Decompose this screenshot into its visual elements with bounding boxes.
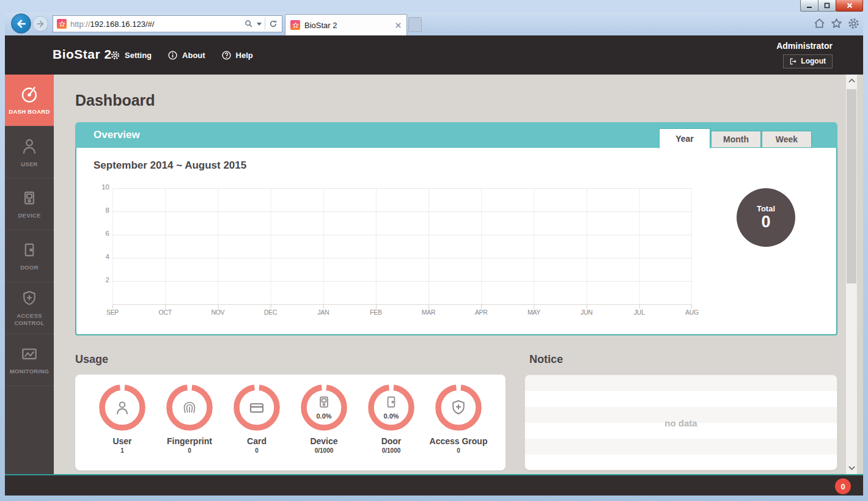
x-tick-label: DEC xyxy=(264,309,277,316)
url-dropdown-icon[interactable] xyxy=(257,23,262,26)
close-button[interactable] xyxy=(836,0,863,12)
site-favicon-icon xyxy=(57,19,67,29)
forward-button[interactable] xyxy=(32,16,48,32)
search-icon[interactable] xyxy=(244,19,254,29)
usage-label: Door xyxy=(381,436,402,446)
tab-week[interactable]: Week xyxy=(762,131,812,148)
usage-item-fingerprint[interactable]: Fingerprint 0 xyxy=(156,383,223,470)
sidebar-item-device[interactable]: DEVICE xyxy=(5,178,54,230)
usage-label: Fingerprint xyxy=(167,436,212,446)
shield-plus-icon xyxy=(449,398,468,417)
sidebar-item-label: DOOR xyxy=(20,264,39,271)
info-icon xyxy=(167,50,178,60)
sidebar-item-door[interactable]: DOOR xyxy=(5,230,54,282)
logout-label: Logout xyxy=(801,57,826,65)
page-title: Dashboard xyxy=(75,92,155,109)
home-icon[interactable] xyxy=(812,16,826,31)
setting-button[interactable]: Setting xyxy=(110,50,152,60)
logout-button[interactable]: Logout xyxy=(783,54,833,68)
y-tick-label: 10 xyxy=(89,183,109,191)
tab-title: BioStar 2 xyxy=(304,21,337,30)
about-label: About xyxy=(182,51,205,60)
person-icon xyxy=(113,398,131,417)
divider xyxy=(265,18,265,30)
sidebar-item-label: DEVICE xyxy=(18,212,40,219)
alert-count-badge[interactable]: 0 xyxy=(835,478,851,494)
usage-item-device[interactable]: 0.0% Device 0/1000 xyxy=(290,383,358,470)
scrollbar-thumb[interactable] xyxy=(847,89,856,283)
tab-favicon-icon xyxy=(290,20,300,30)
tab-close-icon[interactable] xyxy=(395,22,402,29)
window-titlebar xyxy=(0,0,868,12)
logout-icon xyxy=(789,57,797,65)
usage-value: 0 xyxy=(255,447,259,454)
usage-item-access-group[interactable]: Access Group 0 xyxy=(425,383,492,470)
shield-plus-icon xyxy=(20,289,39,307)
chart-plot-grid xyxy=(112,188,692,310)
url-text[interactable]: http://192.168.16.123/#/ xyxy=(70,20,240,29)
tab-year[interactable]: Year xyxy=(659,128,710,148)
sidebar-item-label: MONITORING xyxy=(10,368,50,375)
back-button[interactable] xyxy=(11,13,31,34)
usage-label: Card xyxy=(247,436,267,446)
about-button[interactable]: About xyxy=(167,50,205,60)
notice-empty-text: no data xyxy=(525,418,837,428)
refresh-icon[interactable] xyxy=(268,19,278,29)
url-scheme: http:// xyxy=(70,20,90,29)
x-tick-label: APR xyxy=(475,309,488,316)
scroll-down-icon[interactable] xyxy=(846,462,857,474)
app-logo[interactable]: BioStar 2 xyxy=(53,47,112,62)
fingerprint-icon xyxy=(180,398,199,417)
scroll-up-icon[interactable] xyxy=(846,75,857,87)
usage-percent: 0.0% xyxy=(367,412,416,420)
status-bar: 0 xyxy=(5,474,863,496)
url-host-path: 192.168.16.123/#/ xyxy=(90,20,155,29)
usage-label: Access Group xyxy=(430,436,488,446)
usage-item-door[interactable]: 0.0% Door 0/1000 xyxy=(358,383,425,470)
usage-value: 0 xyxy=(457,447,460,454)
app-header-nav: Setting About Help xyxy=(110,35,253,75)
biostar-app-window: BioStar 2 Setting About Help Administrat… xyxy=(5,35,863,496)
usage-item-user[interactable]: User 1 xyxy=(89,383,156,470)
sidebar-item-label: USER xyxy=(21,161,38,168)
device-icon xyxy=(20,189,39,207)
usage-item-card[interactable]: Card 0 xyxy=(223,383,290,470)
favorites-star-icon[interactable] xyxy=(829,16,844,31)
gear-icon xyxy=(110,50,120,60)
y-tick-label: 4 xyxy=(89,253,109,260)
maximize-button[interactable] xyxy=(818,0,836,12)
usage-value: 0/1000 xyxy=(315,447,334,454)
sidebar-item-dashboard[interactable]: DASH BOARD xyxy=(5,75,54,126)
sidebar-item-access-control[interactable]: ACCESS CONTROL xyxy=(5,282,54,334)
usage-percent: 0.0% xyxy=(300,412,348,420)
tab-month[interactable]: Month xyxy=(711,131,761,148)
total-value: 0 xyxy=(761,213,770,230)
device-icon xyxy=(316,394,332,410)
vertical-scrollbar[interactable] xyxy=(846,75,857,474)
settings-gear-icon[interactable] xyxy=(847,16,861,31)
minimize-button[interactable] xyxy=(800,0,818,12)
browser-tab[interactable]: BioStar 2 xyxy=(285,14,407,35)
sidebar-item-monitoring[interactable]: MONITORING xyxy=(5,334,54,386)
help-button[interactable]: Help xyxy=(221,50,253,60)
monitor-chart-icon xyxy=(20,345,39,363)
card-icon xyxy=(247,398,267,417)
notice-card: no data xyxy=(524,375,837,470)
x-tick-label: OCT xyxy=(159,309,172,316)
x-tick-label: MAY xyxy=(528,309,540,316)
total-label: Total xyxy=(757,204,775,213)
x-tick-label: JAN xyxy=(317,309,329,316)
total-counter: Total 0 xyxy=(737,188,795,247)
new-tab-button[interactable] xyxy=(408,17,422,32)
window-controls xyxy=(801,0,863,12)
chart-period-title: September 2014 ~ August 2015 xyxy=(94,159,246,172)
y-tick-label: 2 xyxy=(89,276,109,283)
address-bar[interactable]: http://192.168.16.123/#/ xyxy=(53,15,282,32)
overview-title: Overview xyxy=(94,129,140,141)
x-tick-label: MAR xyxy=(422,309,435,316)
app-header: BioStar 2 Setting About Help Administrat… xyxy=(5,35,863,75)
usage-card: User 1 Fingerprint 0 xyxy=(75,375,506,470)
sidebar-item-user[interactable]: USER xyxy=(5,126,54,178)
person-icon xyxy=(20,136,39,156)
sidebar-item-label: ACCESS CONTROL xyxy=(5,312,54,327)
